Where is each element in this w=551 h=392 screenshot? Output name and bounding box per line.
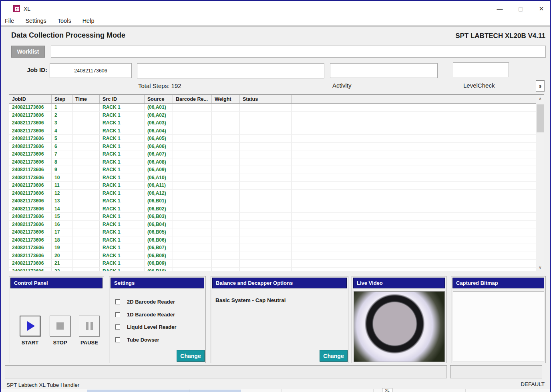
table-row[interactable]: 24082117360616RACK 1(06,B04) <box>9 221 536 229</box>
column-header-status[interactable]: Status <box>240 95 292 103</box>
table-row[interactable]: 2408211736067RACK 1(06,A07) <box>9 150 536 158</box>
table-row[interactable]: 24082117360612RACK 1(06,A12) <box>9 190 536 198</box>
column-header-source[interactable]: Source <box>145 95 173 103</box>
table-scrollbar[interactable]: ∧ ∨ <box>536 95 544 271</box>
table-cell-filler <box>292 119 536 127</box>
chevron-down-icon[interactable]: ∨ <box>536 264 544 271</box>
table-cell-barcode <box>173 213 212 220</box>
table-cell-time <box>72 197 100 205</box>
checkbox-tube-dowser[interactable] <box>115 337 120 342</box>
table-cell-source: (06,A09) <box>145 166 173 174</box>
option-label: Tube Dowser <box>127 337 159 343</box>
table-row[interactable]: 2408211736064RACK 1(06,A04) <box>9 127 536 135</box>
table-cell-time <box>72 166 100 174</box>
column-header-weight[interactable]: Weight <box>212 95 240 103</box>
pause-button[interactable] <box>79 316 100 336</box>
option-1d-barcode: 1D Barcode Reader <box>115 312 175 318</box>
table-cell-barcode <box>173 197 212 205</box>
table-cell-time <box>72 143 100 150</box>
table-cell-job_id: 240821173606 <box>9 143 52 150</box>
table-cell-step: 20 <box>52 252 72 260</box>
stop-label: STOP <box>50 340 70 346</box>
table-cell-step: 3 <box>52 119 72 127</box>
maximize-button[interactable]: ▢ <box>510 1 531 16</box>
start-button[interactable] <box>20 316 40 336</box>
column-header-jobid[interactable]: JobID <box>9 95 52 103</box>
table-cell-time <box>72 205 100 213</box>
table-row[interactable]: 2408211736062RACK 1(06,A02) <box>9 112 536 120</box>
close-button[interactable]: ✕ <box>531 1 551 16</box>
minimize-button[interactable]: — <box>489 1 510 16</box>
job-id-field[interactable]: 240821173606 <box>50 63 132 78</box>
table-cell-status <box>240 244 292 252</box>
column-header-time[interactable]: Time <box>72 95 100 103</box>
checkbox-2d-barcode[interactable] <box>115 299 120 304</box>
table-row[interactable]: 2408211736065RACK 1(06,A05) <box>9 135 536 143</box>
table-cell-src_id: RACK 1 <box>100 104 145 111</box>
table-row[interactable]: 2408211736069RACK 1(06,A09) <box>9 166 536 174</box>
balance-change-button[interactable]: Change <box>320 350 348 362</box>
menu-help[interactable]: Help <box>77 18 100 24</box>
table-cell-barcode <box>173 268 212 271</box>
settings-change-button[interactable]: Change <box>177 350 205 362</box>
table-cell-source: (06,A06) <box>145 143 173 150</box>
menu-settings[interactable]: Settings <box>20 18 52 24</box>
table-cell-filler <box>292 150 536 158</box>
table-row[interactable]: 24082117360611RACK 1(06,A11) <box>9 182 536 190</box>
column-header-srcid[interactable]: Src ID <box>100 95 145 103</box>
table-cell-weight <box>212 143 240 150</box>
table-row[interactable]: 2408211736068RACK 1(06,A08) <box>9 158 536 166</box>
table-cell-weight <box>212 150 240 158</box>
menu-tools[interactable]: Tools <box>52 18 77 24</box>
table-cell-step: 19 <box>52 244 72 252</box>
table-row[interactable]: 24082117360610RACK 1(06,A10) <box>9 174 536 182</box>
table-row[interactable]: 24082117360618RACK 1(06,B06) <box>9 236 536 244</box>
table-cell-barcode <box>173 244 212 252</box>
table-row[interactable]: 24082117360619RACK 1(06,B07) <box>9 244 536 252</box>
option-liquid-level: Liquid Level Reader <box>115 324 177 330</box>
activity-field[interactable] <box>330 63 438 78</box>
column-header-barcode[interactable]: Barcode Re... <box>173 95 212 103</box>
worklist-field[interactable] <box>51 46 546 58</box>
table-row[interactable]: 24082117360620RACK 1(06,B08) <box>9 252 536 260</box>
worklist-button[interactable]: Worklist <box>11 46 45 58</box>
job-info-field[interactable] <box>137 63 324 78</box>
table-cell-weight <box>212 252 240 260</box>
table-row[interactable]: 24082117360613RACK 1(06,B01) <box>9 197 536 205</box>
option-label: Liquid Level Reader <box>127 324 177 330</box>
table-cell-weight <box>212 119 240 127</box>
column-header-step[interactable]: Step <box>52 95 72 103</box>
checkbox-liquid-level[interactable] <box>115 324 120 330</box>
table-cell-time <box>72 182 100 189</box>
table-cell-time <box>72 119 100 127</box>
job-id-label: Job ID: <box>9 66 47 73</box>
table-row[interactable]: 24082117360614RACK 1(06,B02) <box>9 205 536 213</box>
table-row[interactable]: 24082117360617RACK 1(06,B05) <box>9 228 536 236</box>
table-cell-time <box>72 268 100 271</box>
table-cell-barcode <box>173 166 212 174</box>
table-cell-step: 17 <box>52 228 72 236</box>
table-cell-status <box>240 150 292 158</box>
table-row[interactable]: 2408211736066RACK 1(06,A06) <box>9 143 536 151</box>
stop-button[interactable] <box>50 316 70 336</box>
table-cell-step: 5 <box>52 135 72 142</box>
table-cell-barcode <box>173 190 212 197</box>
chevron-up-icon[interactable]: ∧ <box>536 95 544 102</box>
table-cell-step: 7 <box>52 150 72 158</box>
table-cell-barcode <box>173 150 212 158</box>
table-row[interactable]: 24082117360621RACK 1(06,B09) <box>9 260 536 268</box>
s-box[interactable]: s <box>536 80 545 92</box>
checkbox-1d-barcode[interactable] <box>115 312 120 317</box>
table-cell-job_id: 240821173606 <box>9 213 52 220</box>
table-cell-job_id: 240821173606 <box>9 252 52 260</box>
levelcheck-field[interactable] <box>453 62 509 77</box>
table-row[interactable]: 2408211736063RACK 1(06,A03) <box>9 119 536 127</box>
table-cell-filler <box>292 182 536 189</box>
table-row[interactable]: 24082117360615RACK 1(06,B03) <box>9 213 536 221</box>
menu-file[interactable]: File <box>1 18 20 24</box>
table-row[interactable]: 24082117360622RACK 1(06,B10) <box>9 268 536 271</box>
scrollbar-thumb[interactable] <box>537 104 544 132</box>
table-row[interactable]: 2408211736061RACK 1(06,A01) <box>9 104 536 112</box>
table-cell-job_id: 240821173606 <box>9 182 52 189</box>
table-cell-barcode <box>173 158 212 166</box>
